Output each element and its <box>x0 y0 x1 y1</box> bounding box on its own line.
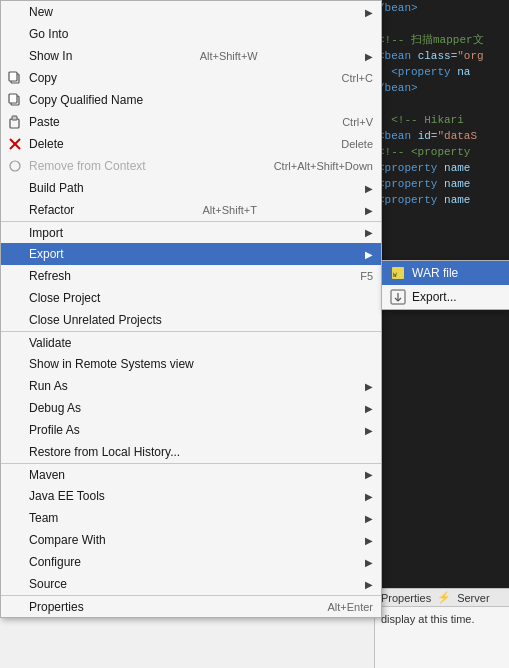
export-icon <box>390 289 406 305</box>
menu-item-source[interactable]: Source▶ <box>1 573 381 595</box>
editor-line: <property name <box>374 160 509 176</box>
menu-item-label: Close Project <box>29 291 100 305</box>
editor-line: <!-- 扫描mapper文 <box>374 32 509 48</box>
menu-item-label: Paste <box>29 115 60 129</box>
menu-item-properties[interactable]: PropertiesAlt+Enter <box>1 595 381 617</box>
svg-rect-1 <box>9 72 17 81</box>
menu-item-shortcut: Alt+Shift+W <box>180 50 258 62</box>
menu-item-label: Export <box>29 247 64 261</box>
svg-rect-5 <box>12 116 17 120</box>
menu-item-debug-as[interactable]: Debug As▶ <box>1 397 381 419</box>
menu-icon <box>5 159 25 173</box>
menu-item-go-into[interactable]: Go Into <box>1 23 381 45</box>
menu-item-label: Run As <box>29 379 68 393</box>
menu-item-maven[interactable]: Maven▶ <box>1 463 381 485</box>
menu-icon <box>5 71 25 85</box>
svg-point-8 <box>10 161 20 171</box>
menu-item-label: Import <box>29 226 63 240</box>
menu-item-shortcut: Alt+Enter <box>307 601 373 613</box>
menu-item-close-project[interactable]: Close Project <box>1 287 381 309</box>
editor-line: <bean id="dataS <box>374 128 509 144</box>
menu-item-shortcut: Ctrl+V <box>322 116 373 128</box>
menu-item-label: New <box>29 5 53 19</box>
menu-item-paste[interactable]: PasteCtrl+V <box>1 111 381 133</box>
submenu-item-label: WAR file <box>412 266 458 280</box>
menu-item-label: Configure <box>29 555 81 569</box>
context-menu: New▶Go IntoShow InAlt+Shift+W▶CopyCtrl+C… <box>0 0 382 618</box>
menu-item-label: Debug As <box>29 401 81 415</box>
submenu-arrow-icon: ▶ <box>365 249 373 260</box>
bottom-panel: Properties ⚡ Server display at this time… <box>374 588 509 668</box>
editor-line: /bean> <box>374 0 509 16</box>
menu-icon <box>5 115 25 129</box>
menu-item-label: Show in Remote Systems view <box>29 357 194 371</box>
export-submenu: WWAR fileExport... <box>381 260 509 310</box>
menu-item-label: Show In <box>29 49 72 63</box>
menu-item-profile-as[interactable]: Profile As▶ <box>1 419 381 441</box>
submenu-arrow-icon: ▶ <box>365 557 373 568</box>
submenu-item-export[interactable]: Export... <box>382 285 509 309</box>
editor-line: <property name <box>374 176 509 192</box>
menu-item-label: Build Path <box>29 181 84 195</box>
panel-text: display at this time. <box>381 613 475 625</box>
menu-item-label: Compare With <box>29 533 106 547</box>
menu-item-label: Refactor <box>29 203 74 217</box>
menu-item-label: Remove from Context <box>29 159 146 173</box>
menu-item-new[interactable]: New▶ <box>1 1 381 23</box>
menu-item-copy[interactable]: CopyCtrl+C <box>1 67 381 89</box>
submenu-item-label: Export... <box>412 290 457 304</box>
menu-item-label: Properties <box>29 600 84 614</box>
menu-icon <box>5 93 25 107</box>
menu-item-shortcut: Ctrl+Alt+Shift+Down <box>254 160 373 172</box>
menu-item-compare-with[interactable]: Compare With▶ <box>1 529 381 551</box>
menu-item-label: Validate <box>29 336 71 350</box>
menu-item-refactor[interactable]: RefactorAlt+Shift+T▶ <box>1 199 381 221</box>
menu-icon <box>5 137 25 151</box>
menu-item-label: Maven <box>29 468 65 482</box>
submenu-arrow-icon: ▶ <box>365 579 373 590</box>
svg-text:W: W <box>393 271 397 278</box>
menu-item-build-path[interactable]: Build Path▶ <box>1 177 381 199</box>
editor-line <box>374 16 509 32</box>
menu-item-restore-from-local-history[interactable]: Restore from Local History... <box>1 441 381 463</box>
submenu-arrow-icon: ▶ <box>365 535 373 546</box>
menu-item-delete[interactable]: DeleteDelete <box>1 133 381 155</box>
menu-item-shortcut: F5 <box>340 270 373 282</box>
menu-item-remove-from-context: Remove from ContextCtrl+Alt+Shift+Down <box>1 155 381 177</box>
properties-tab-label[interactable]: Properties <box>381 592 431 604</box>
menu-item-import[interactable]: Import▶ <box>1 221 381 243</box>
editor-line: <property name <box>374 192 509 208</box>
menu-item-export[interactable]: Export▶ <box>1 243 381 265</box>
svg-rect-3 <box>9 94 17 103</box>
menu-item-shortcut: Delete <box>321 138 373 150</box>
menu-item-show-in[interactable]: Show InAlt+Shift+W▶ <box>1 45 381 67</box>
server-tab-label[interactable]: Server <box>457 592 489 604</box>
menu-item-label: Java EE Tools <box>29 489 105 503</box>
submenu-arrow-icon: ▶ <box>365 51 373 62</box>
menu-item-java-ee-tools[interactable]: Java EE Tools▶ <box>1 485 381 507</box>
menu-item-close-unrelated-projects[interactable]: Close Unrelated Projects <box>1 309 381 331</box>
menu-item-configure[interactable]: Configure▶ <box>1 551 381 573</box>
menu-item-copy-qualified-name[interactable]: Copy Qualified Name <box>1 89 381 111</box>
submenu-item-war-file[interactable]: WWAR file <box>382 261 509 285</box>
submenu-arrow-icon: ▶ <box>365 425 373 436</box>
menu-item-team[interactable]: Team▶ <box>1 507 381 529</box>
submenu-arrow-icon: ▶ <box>365 7 373 18</box>
menu-item-refresh[interactable]: RefreshF5 <box>1 265 381 287</box>
editor-line: /bean> <box>374 80 509 96</box>
editor-line: <!-- Hikari <box>374 112 509 128</box>
menu-item-validate[interactable]: Validate <box>1 331 381 353</box>
menu-item-label: Delete <box>29 137 64 151</box>
code-editor: /bean> <!-- 扫描mapper文 <bean class="org <… <box>374 0 509 668</box>
menu-item-label: Profile As <box>29 423 80 437</box>
menu-item-run-as[interactable]: Run As▶ <box>1 375 381 397</box>
menu-item-label: Go Into <box>29 27 68 41</box>
submenu-arrow-icon: ▶ <box>365 469 373 480</box>
submenu-arrow-icon: ▶ <box>365 513 373 524</box>
submenu-arrow-icon: ▶ <box>365 183 373 194</box>
war-icon: W <box>390 265 406 281</box>
menu-item-label: Refresh <box>29 269 71 283</box>
submenu-arrow-icon: ▶ <box>365 227 373 238</box>
panel-header: Properties ⚡ Server <box>375 589 509 607</box>
menu-item-show-in-remote-systems-view[interactable]: Show in Remote Systems view <box>1 353 381 375</box>
